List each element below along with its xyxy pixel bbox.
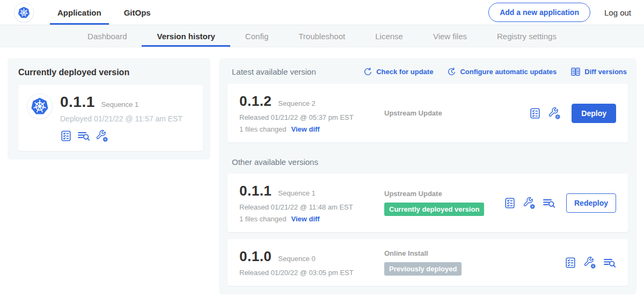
- config-icon[interactable]: [96, 129, 108, 142]
- version-source: Upstream Update: [375, 109, 529, 117]
- subnav-tab-version-history[interactable]: Version history: [142, 25, 230, 47]
- topnav-tabs: Application GitOps: [50, 0, 166, 25]
- currently-deployed-badge: Currently deployed version: [384, 203, 484, 216]
- source-label: Upstream Update: [384, 109, 529, 117]
- app-subnav: Dashboard Version history Config Trouble…: [0, 25, 644, 47]
- deployed-timestamp: Deployed 01/21/22 @ 11:57 am EST: [60, 114, 182, 123]
- redeploy-button[interactable]: Redeploy: [566, 193, 616, 213]
- version-number: 0.1.2: [239, 93, 272, 110]
- tab-application-label: Application: [57, 8, 101, 17]
- tab-gitops[interactable]: GitOps: [116, 0, 158, 25]
- subnav-tab-registry-settings[interactable]: Registry settings: [482, 25, 572, 47]
- other-available-versions-title: Other available versions: [232, 157, 628, 167]
- available-versions-panel: Latest available version Check for updat…: [219, 58, 636, 294]
- diff-panels-icon: [570, 67, 581, 77]
- configure-automatic-updates-link[interactable]: Configure automatic updates: [447, 67, 557, 76]
- released-timestamp: Released 01/21/22 @ 05:37 pm EST: [239, 113, 375, 121]
- version-actions-group: [565, 256, 616, 269]
- version-number: 0.1.0: [239, 248, 272, 265]
- kubernetes-logo-icon: [14, 3, 34, 23]
- version-actions-group: Redeploy: [504, 193, 616, 213]
- latest-available-title: Latest available version: [232, 67, 316, 76]
- source-label: Upstream Update: [384, 190, 504, 198]
- topnav-right: Add a new application Log out: [488, 0, 631, 25]
- preflight-checks-icon[interactable]: [529, 107, 541, 119]
- subnav-tab-dashboard[interactable]: Dashboard: [72, 25, 142, 47]
- deployed-sequence-label: Sequence 1: [101, 100, 138, 109]
- files-changed-label: 1 files changed: [239, 215, 286, 223]
- available-header: Latest available version Check for updat…: [228, 66, 628, 77]
- previously-deployed-badge: Previously deployed: [384, 262, 462, 276]
- sequence-label: Sequence 1: [278, 189, 315, 197]
- preflight-checks-icon[interactable]: [60, 130, 72, 142]
- files-changed-label: 1 files changed: [239, 125, 286, 133]
- version-info: 0.1.2 Sequence 2 Released 01/21/22 @ 05:…: [239, 93, 375, 133]
- subnav-tab-view-files[interactable]: View files: [418, 25, 482, 47]
- source-label: Online Install: [384, 249, 565, 257]
- view-diff-link[interactable]: View diff: [291, 125, 319, 133]
- kubernetes-app-icon: [27, 93, 53, 119]
- refresh-icon: [363, 67, 372, 76]
- release-notes-icon[interactable]: [77, 129, 90, 142]
- version-info: 0.1.1 Sequence 1 Released 01/21/22 @ 11:…: [239, 183, 375, 223]
- check-for-update-label: Check for update: [376, 68, 433, 76]
- preflight-checks-icon[interactable]: [504, 197, 516, 209]
- config-icon[interactable]: [583, 256, 596, 269]
- sequence-label: Sequence 2: [278, 99, 315, 107]
- add-application-button[interactable]: Add a new application: [488, 3, 590, 22]
- check-for-update-link[interactable]: Check for update: [363, 67, 433, 76]
- logout-button[interactable]: Log out: [604, 8, 631, 17]
- sequence-label: Sequence 0: [278, 255, 315, 263]
- tab-application[interactable]: Application: [50, 0, 109, 25]
- diff-versions-link[interactable]: Diff versions: [570, 67, 627, 77]
- version-source: Upstream Update Currently deployed versi…: [375, 190, 504, 216]
- config-icon[interactable]: [523, 197, 536, 210]
- subnav-tab-config[interactable]: Config: [230, 25, 283, 47]
- release-notes-icon[interactable]: [543, 197, 555, 210]
- released-timestamp: Released 01/21/22 @ 11:48 am EST: [239, 203, 375, 211]
- tab-gitops-label: GitOps: [124, 8, 151, 17]
- version-actions: Check for update Configure automatic upd…: [363, 67, 627, 77]
- version-number: 0.1.1: [239, 183, 272, 199]
- released-timestamp: Released 01/20/22 @ 03:05 pm EST: [239, 269, 375, 277]
- config-icon[interactable]: [548, 107, 561, 120]
- diff-versions-label: Diff versions: [584, 68, 627, 76]
- deployed-version-card: 0.1.1 Sequence 1 Deployed 01/21/22 @ 11:…: [18, 85, 203, 151]
- version-actions-group: Deploy: [529, 104, 616, 123]
- main-content: Currently deployed version 0.1.1 Sequenc…: [0, 47, 644, 294]
- subnav-tab-license[interactable]: License: [360, 25, 418, 47]
- version-source: Online Install Previously deployed: [375, 249, 565, 276]
- deployed-version-number: 0.1.1: [60, 93, 95, 111]
- currently-deployed-title: Currently deployed version: [18, 67, 203, 77]
- deployed-version-info: 0.1.1 Sequence 1 Deployed 01/21/22 @ 11:…: [60, 93, 182, 142]
- clock-refresh-icon: [447, 67, 456, 76]
- version-card-010: 0.1.0 Sequence 0 Released 01/20/22 @ 03:…: [228, 239, 628, 286]
- deploy-button[interactable]: Deploy: [572, 104, 616, 123]
- version-card-012: 0.1.2 Sequence 2 Released 01/21/22 @ 05:…: [228, 84, 628, 142]
- view-diff-link[interactable]: View diff: [291, 215, 319, 223]
- deployed-icon-row: [60, 129, 182, 142]
- version-card-011: 0.1.1 Sequence 1 Released 01/21/22 @ 11:…: [228, 174, 628, 232]
- currently-deployed-panel: Currently deployed version 0.1.1 Sequenc…: [8, 58, 210, 160]
- subnav-tab-troubleshoot[interactable]: Troubleshoot: [283, 25, 360, 47]
- configure-automatic-updates-label: Configure automatic updates: [460, 68, 557, 76]
- version-info: 0.1.0 Sequence 0 Released 01/20/22 @ 03:…: [239, 248, 375, 277]
- top-navbar: Application GitOps Add a new application…: [0, 0, 644, 25]
- preflight-checks-icon[interactable]: [565, 257, 576, 269]
- release-notes-icon[interactable]: [603, 256, 616, 269]
